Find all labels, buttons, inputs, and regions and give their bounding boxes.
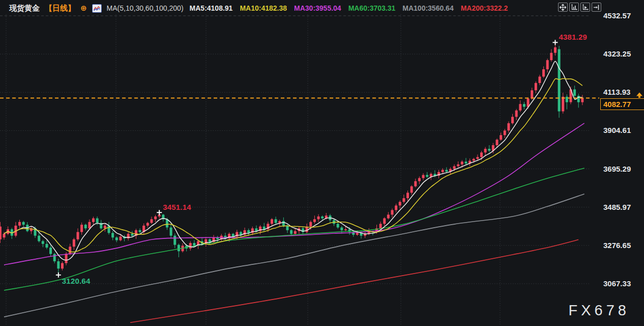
symbol-name: 现货黄金 [9, 4, 40, 13]
y-axis-label: 3695.29 [603, 165, 631, 173]
y-axis-label: 4113.93 [603, 88, 630, 96]
ma-value-5: MA200:3322.2 [461, 4, 508, 12]
watermark: FX678 [569, 302, 630, 319]
y-axis-label: 4323.25 [603, 49, 631, 58]
indicator-params: MA(5,10,30,60,100,200) [107, 4, 184, 12]
axis-autoscale-button[interactable] [580, 3, 590, 12]
price-annotation: 4381.29 [559, 33, 587, 41]
ma-value-0: MA5:4108.91 [190, 4, 233, 12]
expand-icon[interactable]: ⊕ [80, 4, 87, 13]
last-price-tag: 4082.77 [600, 98, 644, 110]
indicator-icon [92, 4, 102, 13]
move-crosshair-icon [560, 4, 566, 11]
ma-value-1: MA10:4182.38 [240, 4, 287, 12]
y-axis-label: 3904.61 [603, 126, 631, 134]
price-annotation: 3451.14 [163, 203, 191, 211]
ma-values-row: MA5:4108.91MA10:4182.38MA30:3955.04MA60:… [189, 4, 508, 12]
axis-bars-icon [571, 4, 577, 11]
jump-to-latest-button[interactable] [592, 3, 601, 12]
y-axis-label: 3485.97 [603, 203, 631, 211]
jump-to-latest-icon [593, 4, 600, 11]
ma-value-4: MA100:3560.64 [402, 4, 453, 12]
move-crosshair-button[interactable] [558, 3, 568, 12]
ma-value-3: MA60:3703.31 [348, 4, 396, 12]
axis-autoscale-icon [582, 4, 589, 11]
last-price-value: 4082.77 [603, 100, 631, 108]
period-label: 【日线】 [45, 4, 75, 13]
ma-value-2: MA30:3955.04 [294, 4, 341, 12]
chart-header: 现货黄金 【日线】 ⊕ MA(5,10,30,60,100,200) MA5:4… [9, 3, 508, 14]
chart-toolbar [558, 3, 601, 12]
y-axis-label: 3067.33 [603, 279, 631, 288]
axis-bars-button[interactable] [569, 3, 579, 12]
chart-window: 现货黄金 【日线】 ⊕ MA(5,10,30,60,100,200) MA5:4… [0, 0, 644, 326]
price-annotation: 3120.64 [62, 277, 91, 285]
y-axis-label: 4532.57 [603, 11, 631, 20]
candlestick-chart[interactable] [0, 0, 644, 326]
y-axis-label: 3276.65 [603, 241, 631, 250]
